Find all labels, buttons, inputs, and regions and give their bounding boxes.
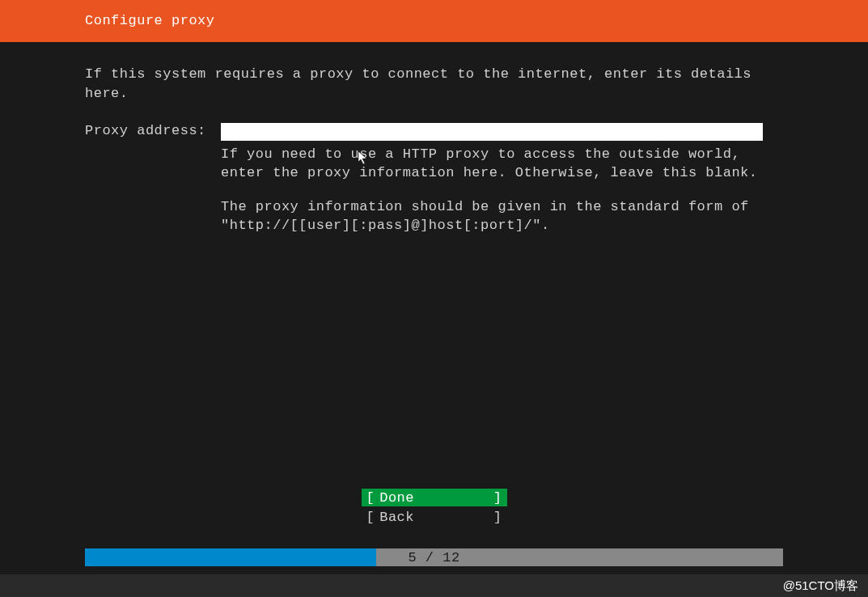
proxy-help-text-2: The proxy information should be given in…	[221, 198, 763, 235]
header-bar: Configure proxy	[0, 0, 868, 42]
intro-text: If this system requires a proxy to conne…	[85, 65, 783, 104]
back-button-label: Back	[379, 510, 414, 525]
installer-screen: Configure proxy If this system requires …	[0, 0, 868, 574]
bracket-right: ]	[493, 510, 502, 525]
proxy-form-row: Proxy address: If you need to use a HTTP…	[85, 123, 783, 236]
bracket-right: ]	[493, 490, 502, 506]
back-button[interactable]: [ Back ]	[362, 508, 507, 526]
done-button-label: Done	[379, 490, 414, 506]
proxy-address-input[interactable]	[221, 123, 763, 141]
proxy-help-text-1: If you need to use a HTTP proxy to acces…	[221, 146, 763, 183]
proxy-input-area: If you need to use a HTTP proxy to acces…	[221, 123, 783, 236]
done-button[interactable]: [ Done ]	[362, 489, 507, 506]
button-group: [ Done ] [ Back ]	[362, 489, 507, 526]
bracket-left: [	[366, 510, 375, 525]
progress-bar: 5 / 12	[85, 548, 783, 566]
page-title: Configure proxy	[85, 13, 215, 28]
progress-fill	[85, 548, 376, 566]
bracket-left: [	[366, 490, 375, 506]
watermark-text: @51CTO博客	[783, 578, 858, 594]
progress-text: 5 / 12	[408, 550, 459, 565]
proxy-address-label: Proxy address:	[85, 123, 221, 138]
content-area: If this system requires a proxy to conne…	[0, 42, 868, 235]
